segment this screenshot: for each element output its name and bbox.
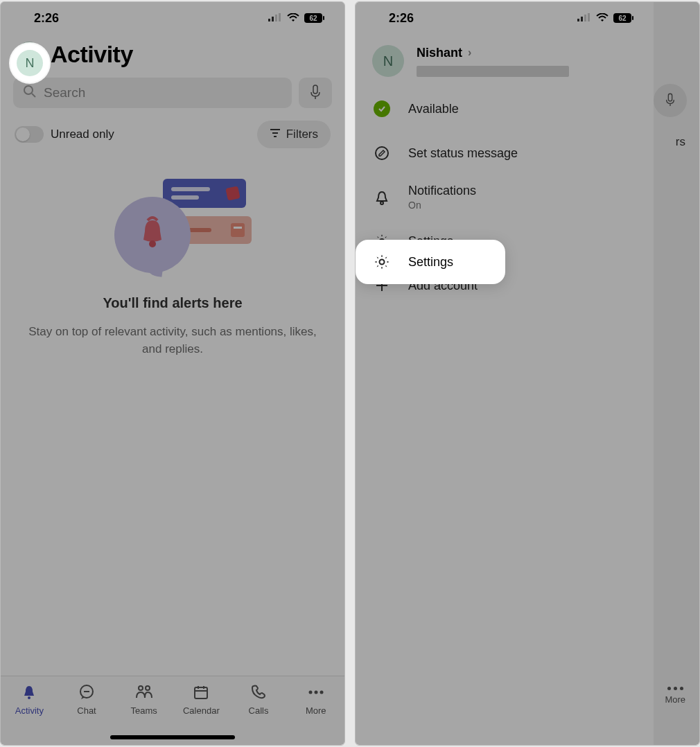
tab-label: Teams xyxy=(131,705,157,716)
svg-point-25 xyxy=(314,691,317,694)
wifi-icon xyxy=(595,13,609,23)
battery-icon: 62 xyxy=(304,12,325,24)
svg-rect-27 xyxy=(668,94,672,101)
more-icon xyxy=(665,687,685,690)
svg-point-41 xyxy=(380,260,385,265)
bell-icon xyxy=(372,188,392,207)
home-indicator[interactable] xyxy=(110,735,235,739)
svg-rect-34 xyxy=(632,16,633,20)
drawer-item-label: Set status message xyxy=(408,146,518,161)
more-icon xyxy=(306,683,326,701)
empty-title: You'll find alerts here xyxy=(28,295,317,311)
gear-icon xyxy=(372,252,392,272)
drawer-item-set-status[interactable]: Set status message xyxy=(356,131,654,175)
svg-rect-29 xyxy=(577,19,579,21)
svg-text:62: 62 xyxy=(309,15,317,22)
status-bar: 2:26 62 xyxy=(356,2,654,34)
empty-illustration xyxy=(96,170,249,281)
drawer-item-status[interactable]: Available xyxy=(356,87,654,131)
tab-more[interactable]: More xyxy=(287,683,344,745)
svg-text:62: 62 xyxy=(618,15,627,22)
tab-label: More xyxy=(665,694,685,705)
svg-rect-31 xyxy=(584,15,586,21)
drawer-user-name: Nishant › xyxy=(417,46,637,60)
mic-button[interactable] xyxy=(299,78,332,108)
svg-rect-30 xyxy=(581,17,583,21)
empty-description: Stay on top of relevant activity, such a… xyxy=(28,324,317,358)
svg-rect-2 xyxy=(275,15,277,21)
empty-state: You'll find alerts here Stay on top of r… xyxy=(1,155,344,373)
drawer-user-email-redacted xyxy=(417,66,569,77)
filters-partial: rs xyxy=(676,135,685,149)
profile-drawer: 2:26 62 N Nishant › xyxy=(356,2,654,745)
search-icon xyxy=(23,85,37,102)
battery-icon: 62 xyxy=(613,12,634,24)
settings-highlight[interactable]: Settings xyxy=(356,240,505,284)
drawer-item-sublabel: On xyxy=(408,200,476,211)
bell-icon xyxy=(135,216,170,251)
svg-rect-0 xyxy=(268,19,270,21)
tab-label: Chat xyxy=(77,705,96,716)
svg-rect-9 xyxy=(313,85,317,94)
search-input[interactable]: Search xyxy=(13,78,292,108)
phone-left: 2:26 62 N Activity Search xyxy=(0,1,345,746)
unread-toggle[interactable] xyxy=(15,126,44,143)
tab-label: Activity xyxy=(15,705,44,716)
status-icons: 62 xyxy=(577,12,634,24)
tab-label: Calls xyxy=(249,705,269,716)
phone-right: rs More 2:26 62 N xyxy=(355,1,700,746)
drawer-avatar: N xyxy=(372,45,404,77)
tab-label: Calendar xyxy=(183,705,220,716)
chat-icon xyxy=(77,683,96,701)
avatar-highlight[interactable]: N xyxy=(10,44,49,82)
status-available-icon xyxy=(372,99,392,118)
tab-label: More xyxy=(306,705,326,716)
status-time: 2:26 xyxy=(34,11,59,26)
svg-point-19 xyxy=(146,686,150,690)
status-time: 2:26 xyxy=(389,11,414,26)
mic-button-behind[interactable] xyxy=(654,84,687,117)
unread-label: Unread only xyxy=(51,128,114,141)
search-placeholder: Search xyxy=(44,85,85,100)
tab-bar: Activity Chat Teams Calendar Calls xyxy=(1,676,344,745)
calendar-icon xyxy=(191,683,211,701)
status-icons: 62 xyxy=(268,12,325,24)
svg-point-37 xyxy=(380,202,383,204)
mic-icon xyxy=(665,93,676,108)
cellular-icon xyxy=(268,13,282,23)
svg-point-7 xyxy=(24,86,33,94)
drawer-item-label: Notifications xyxy=(408,184,476,198)
tab-calls[interactable]: Calls xyxy=(230,683,288,745)
svg-rect-32 xyxy=(588,13,590,21)
filters-label: Filters xyxy=(286,128,318,141)
svg-rect-20 xyxy=(195,687,207,698)
settings-label: Settings xyxy=(408,255,453,270)
wifi-icon xyxy=(286,13,300,23)
tab-activity[interactable]: Activity xyxy=(1,683,58,745)
svg-rect-1 xyxy=(272,17,274,21)
search-row: Search xyxy=(1,72,344,114)
svg-point-24 xyxy=(308,691,312,694)
chevron-right-icon: › xyxy=(468,46,471,59)
svg-rect-5 xyxy=(323,16,324,20)
drawer-item-label: Available xyxy=(408,102,459,116)
status-bar: 2:26 62 xyxy=(1,2,344,34)
phone-icon xyxy=(249,683,268,701)
tab-more-partial[interactable]: More xyxy=(665,687,685,705)
svg-line-8 xyxy=(32,94,35,97)
bell-icon xyxy=(19,683,39,701)
tab-chat[interactable]: Chat xyxy=(58,683,116,745)
svg-point-26 xyxy=(320,691,323,694)
svg-point-14 xyxy=(149,240,156,247)
user-name-text: Nishant xyxy=(417,46,462,60)
drawer-item-notifications[interactable]: Notifications On xyxy=(356,175,654,219)
svg-point-36 xyxy=(376,147,388,159)
svg-point-18 xyxy=(139,686,143,690)
filters-button[interactable]: Filters xyxy=(257,121,331,148)
mic-icon xyxy=(309,85,322,101)
svg-rect-3 xyxy=(279,13,281,21)
filter-icon xyxy=(270,128,281,141)
filter-row: Unread only Filters xyxy=(1,114,344,155)
profile-avatar-highlighted[interactable]: N xyxy=(17,50,43,76)
teams-icon xyxy=(134,683,154,701)
